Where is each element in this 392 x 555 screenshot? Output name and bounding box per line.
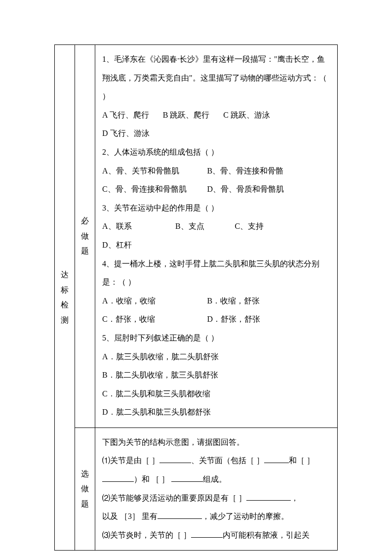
q3-optC: C、支持 (235, 217, 290, 236)
opt-p3a: ⑶关节炎时，关节的［ ］ (102, 531, 191, 539)
q5-options: A．肱三头肌收缩，肱二头肌舒张 B．肱二头肌收缩，肱三头肌舒张 C．肱二头肌和肱… (102, 347, 330, 422)
q2-stem: 2、人体运动系统的组成包括（ ） (102, 143, 330, 162)
q2-optB: B、骨、骨连接和骨骼 (207, 162, 313, 180)
opt-p1b: 、关节面（包括［ ］ (191, 456, 264, 465)
mandatory-char: 题 (77, 244, 93, 258)
q5-optB: B．肱二头肌收缩，肱三头肌舒张 (102, 366, 330, 384)
fill-blank[interactable] (246, 492, 291, 501)
opt-p3b: 内可能积有脓液，引起关 (223, 531, 310, 539)
q1-options: A 飞行、爬行 B 跳跃、爬行 C 跳跃、游泳 D 飞行、游泳 (102, 106, 330, 143)
q2-optA: A、骨、关节和骨骼肌 (102, 162, 207, 180)
q4-options-row1: A．收缩，收缩 B．收缩，舒张 (102, 292, 330, 310)
mandatory-content: 1、毛泽东在《沁园春·长沙》里有这样一段描写："鹰击长空，鱼翔浅底，万类霜天竞自… (95, 45, 338, 428)
q3-optB: B、支点 (175, 217, 221, 236)
fill-blank[interactable] (191, 529, 223, 538)
opt-p2a: ⑵关节能够灵活运动的重要原因是有［ ］ (102, 494, 246, 502)
question-4: 4、提一桶水上楼，这时手臂上肱二头肌和肱三头肌的状态分别是：（ ） A．收缩，收… (102, 255, 330, 329)
section-char: 达 (57, 267, 73, 282)
opt-p1a: ⑴关节是由［ ］ (102, 456, 159, 465)
question-1: 1、毛泽东在《沁园春·长沙》里有这样一段描写："鹰击长空，鱼翔浅底，万类霜天竞自… (102, 50, 330, 143)
q4-options-row2: C．舒张，收缩 D．舒张，舒张 (102, 310, 330, 329)
optional-char: 做 (77, 481, 93, 496)
q3-options: A、联系 B、支点 C、支持 D、杠杆 (102, 217, 330, 254)
q5-optD: D．肱二头肌和肱三头肌都舒张 (102, 403, 330, 422)
opt-q2: ⑵关节能够灵活运动的重要原因是有［ ］， (102, 489, 330, 508)
page: 达 标 检 测 必 做 题 1、毛泽东在《沁园春·长沙》里有这样一段描写："鹰击… (0, 0, 392, 555)
opt-p2c: 以及 ［3］ 里有 (102, 512, 157, 520)
optional-char: 题 (77, 497, 93, 512)
opt-q1: ⑴关节是由［ ］、关节面（包括［ ］和［ ］）和 ［ ］ 组成。 (102, 451, 330, 488)
opt-intro: 下图为关节的结构示意图，请据图回答。 (102, 433, 330, 452)
q2-options-row1: A、骨、关节和骨骼肌 B、骨、骨连接和骨骼 (102, 162, 330, 180)
mandatory-char: 做 (77, 229, 93, 244)
optional-content: 下图为关节的结构示意图，请据图回答。 ⑴关节是由［ ］、关节面（包括［ ］和［ … (95, 427, 338, 551)
mandatory-char: 必 (77, 213, 93, 228)
opt-q2b: 以及 ［3］ 里有，减少了运动时的摩擦。 (102, 507, 330, 526)
section-char: 测 (57, 313, 73, 328)
section-char: 标 (57, 283, 73, 298)
optional-char: 选 (77, 467, 93, 481)
optional-label-cell: 选 做 题 (75, 427, 95, 551)
q2-optD: D、骨、骨质和骨骼肌 (207, 180, 313, 199)
opt-p1e: 组成。 (203, 475, 227, 483)
opt-q3: ⑶关节炎时，关节的［ ］内可能积有脓液，引起关 (102, 526, 330, 545)
q4-optA: A．收缩，收缩 (102, 292, 207, 310)
opt-p2b: ， (291, 494, 299, 502)
q2-options-row2: C、骨、骨连接和骨骼肌 D、骨、骨质和骨骼肌 (102, 180, 330, 199)
q3-optD: D、杠杆 (102, 236, 132, 255)
q1-optC: C 跳跃、游泳 (223, 106, 270, 125)
section-label-cell: 达 标 检 测 (55, 45, 75, 551)
question-5: 5、屈肘时下列叙述正确的是（ ） A．肱三头肌收缩，肱二头肌舒张 B．肱二头肌收… (102, 329, 330, 422)
q5-stem: 5、屈肘时下列叙述正确的是（ ） (102, 329, 330, 347)
opt-p1d: ）和 ［ ］ (134, 475, 171, 483)
question-2: 2、人体运动系统的组成包括（ ） A、骨、关节和骨骼肌 B、骨、骨连接和骨骼 C… (102, 143, 330, 199)
q4-optC: C．舒张，收缩 (102, 310, 207, 329)
mandatory-label-cell: 必 做 题 (75, 45, 95, 428)
fill-blank[interactable] (102, 473, 134, 482)
q3-optA: A、联系 (102, 217, 161, 236)
q5-optA: A．肱三头肌收缩，肱二头肌舒张 (102, 347, 330, 366)
q5-optC: C．肱二头肌和肱三头肌都收缩 (102, 384, 330, 403)
section-char: 检 (57, 298, 73, 312)
fill-blank[interactable] (264, 455, 289, 463)
q4-optB: B．收缩，舒张 (207, 292, 313, 310)
q2-optC: C、骨、骨连接和骨骼肌 (102, 180, 207, 199)
q4-optD: D．舒张，舒张 (207, 310, 313, 329)
q3-stem: 3、关节在运动中起的作用是（ ） (102, 199, 330, 217)
question-3: 3、关节在运动中起的作用是（ ） A、联系 B、支点 C、支持 D、杠杆 (102, 199, 330, 255)
q1-optA: A 飞行、爬行 (102, 106, 149, 125)
q1-optB: B 跳跃、爬行 (163, 106, 210, 125)
fill-blank[interactable] (157, 511, 202, 519)
fill-blank[interactable] (159, 455, 191, 463)
opt-p1c: 和［ ］ (289, 456, 314, 465)
worksheet-table: 达 标 检 测 必 做 题 1、毛泽东在《沁园春·长沙》里有这样一段描写："鹰击… (54, 44, 338, 551)
fill-blank[interactable] (171, 473, 203, 482)
q4-stem: 4、提一桶水上楼，这时手臂上肱二头肌和肱三头肌的状态分别是：（ ） (102, 255, 330, 292)
q1-optD: D 飞行、游泳 (102, 124, 150, 143)
opt-p2d: ，减少了运动时的摩擦。 (202, 512, 289, 520)
q1-stem: 1、毛泽东在《沁园春·长沙》里有这样一段描写："鹰击长空，鱼翔浅底，万类霜天竞自… (102, 50, 330, 106)
